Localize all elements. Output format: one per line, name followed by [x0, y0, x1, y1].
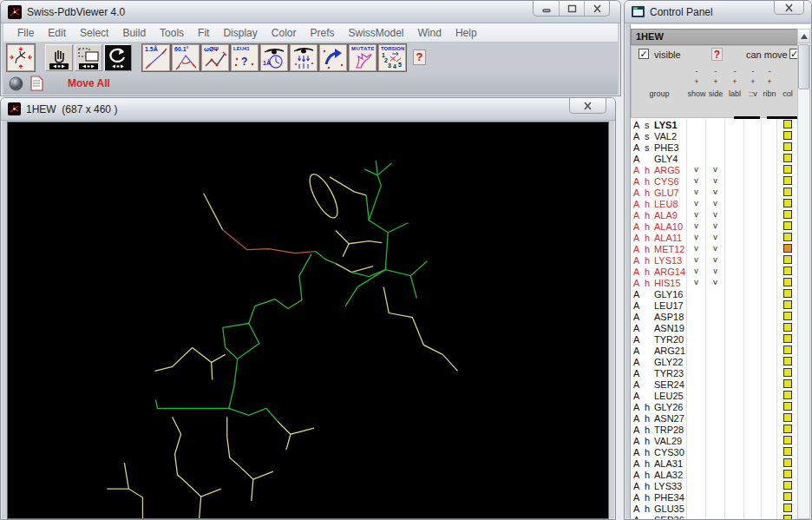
color-swatch[interactable]	[783, 323, 792, 332]
main-titlebar[interactable]: Swiss-PdbViewer 4.0	[1, 1, 620, 23]
center-distance-button[interactable]: 1Å	[260, 44, 288, 71]
residue-row-arg14[interactable]: AhARG14vv	[631, 266, 801, 277]
residue-row-ala31[interactable]: AhALA31	[631, 457, 801, 469]
residue-row-leu8[interactable]: AhLEU8vv	[631, 198, 801, 209]
color-swatch[interactable]	[783, 199, 792, 207]
residue-row-arg21[interactable]: AARG21	[631, 345, 801, 356]
color-swatch[interactable]	[783, 413, 792, 422]
color-swatch[interactable]	[783, 176, 792, 185]
minus-side[interactable]: -	[706, 67, 725, 76]
model-name-bar[interactable]: 1HEW	[631, 29, 801, 45]
residue-row-trp28[interactable]: AhTRP28	[631, 424, 801, 435]
color-swatch[interactable]	[783, 278, 792, 286]
residue-row-lys1[interactable]: AsLYS1	[631, 119, 801, 130]
color-swatch[interactable]	[783, 391, 792, 399]
header-help-button[interactable]: ?	[711, 48, 723, 61]
color-swatch[interactable]	[783, 210, 792, 219]
scroll-thumb[interactable]	[798, 44, 809, 89]
scroll-up-button[interactable]	[798, 30, 809, 43]
residue-row-asn27[interactable]: AhASN27	[631, 412, 801, 424]
residue-row-gly4[interactable]: AGLY4	[631, 153, 801, 164]
color-swatch[interactable]	[783, 289, 792, 298]
color-swatch[interactable]	[783, 436, 792, 444]
menu-color[interactable]: Color	[265, 27, 304, 39]
color-swatch[interactable]	[783, 244, 792, 253]
residue-row-tyr20[interactable]: ATYR20	[631, 333, 801, 345]
residue-row-leu17[interactable]: ALEU17	[631, 299, 801, 311]
residue-row-met12[interactable]: AhMET12vv	[631, 243, 801, 254]
plus-side[interactable]: +	[706, 77, 725, 86]
rotate-tool-button[interactable]	[104, 44, 132, 71]
column-labl[interactable]: labl	[725, 89, 744, 102]
residue-row-leu25[interactable]: ALEU25	[631, 390, 801, 401]
swap-view-button[interactable]	[319, 44, 347, 71]
residue-row-glu7[interactable]: AhGLU7vv	[631, 187, 801, 198]
color-swatch[interactable]	[783, 458, 792, 467]
residue-row-lys33[interactable]: AhLYS33	[631, 480, 801, 491]
molecule-canvas[interactable]	[7, 122, 609, 519]
residue-row-ala11[interactable]: AhALA11vv	[631, 232, 801, 243]
visible-checkbox[interactable]: ✓	[638, 49, 649, 59]
color-swatch[interactable]	[783, 165, 792, 174]
color-swatch[interactable]	[783, 470, 792, 478]
minus-ribn[interactable]: -	[762, 67, 777, 76]
residue-row-phe3[interactable]: AsPHE3	[631, 142, 801, 153]
color-swatch[interactable]	[783, 504, 792, 512]
residue-row-lys13[interactable]: AhLYS13vv	[631, 254, 801, 266]
control-panel-close-button[interactable]	[775, 1, 803, 14]
zoom-tool-button[interactable]	[75, 44, 102, 71]
residue-row-ala10[interactable]: AhALA10vv	[631, 221, 801, 232]
column-side[interactable]: side	[706, 89, 725, 102]
mutate-button[interactable]: MUTATE	[349, 44, 377, 71]
column-group[interactable]: group	[632, 89, 687, 102]
measure-distance-button[interactable]: 1.5Å	[142, 44, 170, 71]
residue-row-gly26[interactable]: AhGLY26	[631, 401, 801, 412]
residue-row-tyr23[interactable]: ATYR23	[631, 367, 801, 378]
menu-edit[interactable]: Edit	[41, 27, 73, 39]
color-swatch[interactable]	[783, 300, 792, 309]
residue-row-asn19[interactable]: AASN19	[631, 322, 801, 333]
maximize-button[interactable]	[559, 1, 584, 16]
color-swatch[interactable]	[783, 233, 792, 241]
residue-row-ala9[interactable]: AhALA9vv	[631, 209, 801, 221]
scrollbar[interactable]	[797, 29, 810, 519]
residue-row-val2[interactable]: AsVAL2	[631, 130, 801, 142]
color-swatch[interactable]	[783, 131, 792, 140]
menu-help[interactable]: Help	[449, 27, 484, 39]
color-swatch[interactable]	[783, 481, 792, 490]
color-swatch[interactable]	[783, 312, 792, 320]
minus-labl[interactable]: -	[725, 67, 744, 76]
color-swatch[interactable]	[783, 154, 792, 162]
graphics-close-button[interactable]	[570, 98, 606, 113]
color-swatch[interactable]	[783, 120, 792, 128]
color-swatch[interactable]	[783, 142, 792, 151]
color-swatch[interactable]	[783, 492, 792, 501]
minimize-button[interactable]	[534, 1, 559, 16]
center-view-button[interactable]	[290, 44, 318, 71]
help-button[interactable]: ?	[413, 49, 426, 65]
document-icon[interactable]	[30, 76, 43, 91]
color-swatch[interactable]	[783, 515, 792, 519]
column-col[interactable]: col	[777, 89, 798, 102]
menu-tools[interactable]: Tools	[153, 27, 191, 39]
residue-row-cys6[interactable]: AhCYS6vv	[631, 175, 801, 187]
menu-wind[interactable]: Wind	[411, 27, 449, 39]
residue-row-ala32[interactable]: AhALA32	[631, 469, 801, 480]
residue-row-val29[interactable]: AhVAL29	[631, 435, 801, 446]
menu-file[interactable]: File	[10, 27, 41, 39]
color-swatch[interactable]	[783, 334, 792, 343]
plus-show[interactable]: +	[687, 77, 706, 86]
color-swatch[interactable]	[783, 267, 792, 275]
color-swatch[interactable]	[783, 402, 792, 411]
color-swatch[interactable]	[783, 221, 792, 230]
residue-row-gly22[interactable]: AGLY22	[631, 356, 801, 367]
residue-row-phe34[interactable]: AhPHE34	[631, 491, 801, 503]
column-v[interactable]: ::v	[744, 89, 762, 102]
plus-v[interactable]: +	[744, 77, 762, 86]
translate-tool-button[interactable]	[45, 44, 73, 71]
residue-row-asp18[interactable]: AASP18	[631, 311, 801, 322]
color-swatch[interactable]	[783, 447, 792, 456]
menu-display[interactable]: Display	[216, 27, 264, 39]
residue-row-glu35[interactable]: AhGLU35	[631, 503, 801, 514]
color-swatch[interactable]	[783, 379, 792, 388]
